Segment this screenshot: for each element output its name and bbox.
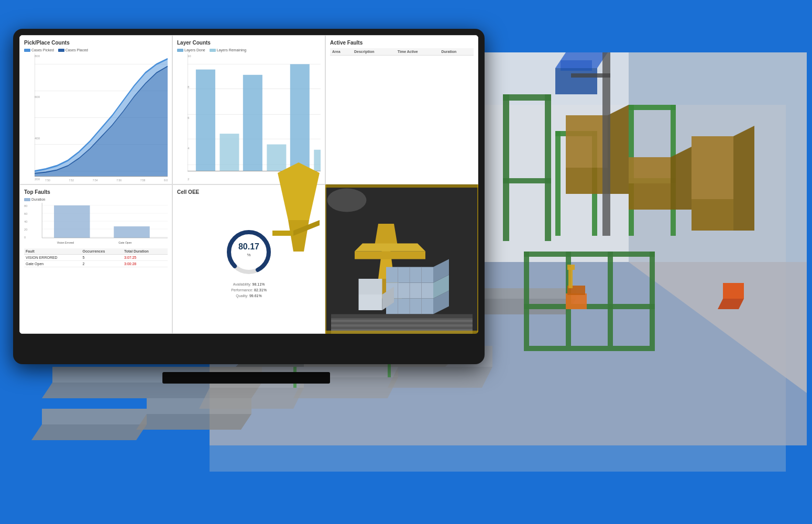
legend-placed: Cases Placed xyxy=(58,48,88,52)
svg-text:%: % xyxy=(247,253,250,257)
svg-point-130 xyxy=(327,189,367,212)
legend-picked-dot xyxy=(24,49,30,52)
tf-dur-1: 3:07:25 xyxy=(123,255,168,261)
svg-rect-20 xyxy=(629,105,676,110)
oee-quality: Quality: 99.61% xyxy=(231,293,267,299)
svg-marker-31 xyxy=(566,115,608,141)
svg-rect-11 xyxy=(503,94,509,241)
layer-y-axis: 108642 xyxy=(188,53,191,182)
oee-stats: Availability: 98.11% Performance: 82.31%… xyxy=(231,281,267,299)
pick-place-title: Pick/Place Counts xyxy=(24,40,168,46)
monitor-shell: Pick/Place Counts Cases Picked Cases Pla… xyxy=(13,29,485,364)
performance-label: Performance: xyxy=(231,288,253,292)
legend-layers-done-dot xyxy=(177,49,183,52)
pick-place-panel: Pick/Place Counts Cases Picked Cases Pla… xyxy=(19,35,172,184)
svg-text:80.17: 80.17 xyxy=(238,242,259,251)
legend-placed-label: Cases Placed xyxy=(65,48,88,52)
monitor-screen: Pick/Place Counts Cases Picked Cases Pla… xyxy=(19,35,478,334)
svg-rect-15 xyxy=(555,131,561,236)
svg-marker-51 xyxy=(42,409,147,424)
layer-counts-title: Layer Counts xyxy=(177,40,321,46)
svg-marker-39 xyxy=(733,126,754,231)
svg-rect-127 xyxy=(325,331,478,334)
svg-rect-14 xyxy=(503,178,551,183)
svg-marker-70 xyxy=(35,67,168,177)
svg-marker-38 xyxy=(692,136,733,168)
svg-rect-96 xyxy=(54,205,90,238)
availability-label: Availability: xyxy=(233,282,251,286)
svg-marker-37 xyxy=(692,168,733,199)
svg-rect-47 xyxy=(602,52,610,236)
svg-rect-78 xyxy=(196,70,215,171)
svg-marker-33 xyxy=(629,183,671,210)
top-faults-panel: Top Faults Duration 80 60 40 20 xyxy=(19,184,172,334)
robot-arm-svg xyxy=(267,157,330,262)
svg-text:Vision Errored: Vision Errored xyxy=(57,242,74,244)
col-description: Description xyxy=(352,48,396,56)
pick-place-legend: Cases Picked Cases Placed xyxy=(24,48,168,52)
monitor-base xyxy=(162,372,330,384)
svg-marker-54 xyxy=(136,414,251,430)
col-duration: Duration xyxy=(439,48,474,56)
svg-text:80: 80 xyxy=(24,204,27,208)
col-area: Area xyxy=(330,48,352,56)
svg-marker-111 xyxy=(355,244,425,252)
table-row: VISION ERRORED 5 3:07:25 xyxy=(24,255,168,261)
svg-rect-42 xyxy=(568,267,573,288)
tf-col-occurrences: Occurrences xyxy=(81,248,122,255)
tf-occ-2: 2 xyxy=(81,261,122,267)
active-faults-table: Area Description Time Active Duration xyxy=(330,48,474,56)
table-row: Gate Open 2 3:00:28 xyxy=(24,261,168,267)
legend-picked: Cases Picked xyxy=(24,48,54,52)
legend-layers-remaining-dot xyxy=(210,49,216,52)
svg-marker-58 xyxy=(388,367,492,388)
svg-rect-13 xyxy=(503,94,551,101)
svg-text:0: 0 xyxy=(24,236,26,239)
svg-rect-40 xyxy=(566,293,587,309)
svg-marker-29 xyxy=(566,168,608,194)
svg-marker-34 xyxy=(629,157,671,183)
svg-marker-35 xyxy=(671,147,692,210)
quality-value: 99.61% xyxy=(249,294,262,298)
svg-text:Gate Open: Gate Open xyxy=(118,242,131,244)
svg-rect-79 xyxy=(220,134,239,171)
svg-rect-123 xyxy=(331,320,473,322)
tf-fault-1: VISION ERRORED xyxy=(24,255,81,261)
legend-layers-done-label: Layers Done xyxy=(184,48,205,52)
svg-marker-110 xyxy=(355,252,425,259)
svg-marker-32 xyxy=(608,105,629,194)
tf-fault-2: Gate Open xyxy=(24,261,81,267)
tf-dur-2: 3:00:28 xyxy=(123,261,168,267)
svg-rect-27 xyxy=(524,304,655,309)
svg-rect-26 xyxy=(524,252,655,257)
legend-duration-dot xyxy=(24,198,30,201)
svg-rect-24 xyxy=(608,252,613,346)
svg-marker-131 xyxy=(359,294,382,310)
top-faults-table: Fault Occurrences Total Duration VISION … xyxy=(24,248,168,267)
svg-rect-80 xyxy=(243,75,262,171)
camera-feed-svg xyxy=(325,184,478,334)
legend-placed-dot xyxy=(58,49,64,52)
svg-marker-52 xyxy=(31,424,147,440)
top-faults-title: Top Faults xyxy=(24,189,168,195)
pick-place-y-axis: 800600400200 xyxy=(35,53,40,182)
svg-rect-43 xyxy=(567,265,575,270)
svg-rect-48 xyxy=(571,73,610,78)
svg-rect-44 xyxy=(555,68,597,94)
legend-layers-remaining: Layers Remaining xyxy=(210,48,246,52)
oee-performance: Performance: 82.31% xyxy=(231,287,267,293)
pick-place-chart-svg xyxy=(35,53,168,182)
camera-panel xyxy=(325,184,478,334)
pick-place-x-axis: 7:507:527:547:567:588:0 xyxy=(45,179,168,182)
svg-rect-126 xyxy=(325,184,478,188)
quality-label: Quality: xyxy=(236,294,248,298)
external-robot-arm xyxy=(267,157,330,262)
col-time-active: Time Active xyxy=(396,48,440,56)
legend-duration-label: Duration xyxy=(31,198,45,201)
svg-rect-82 xyxy=(290,64,310,171)
top-faults-legend: Duration xyxy=(24,198,168,201)
active-faults-title: Active Faults xyxy=(330,40,474,46)
svg-marker-136 xyxy=(272,231,293,236)
svg-text:40: 40 xyxy=(24,220,27,223)
svg-rect-97 xyxy=(114,226,150,238)
